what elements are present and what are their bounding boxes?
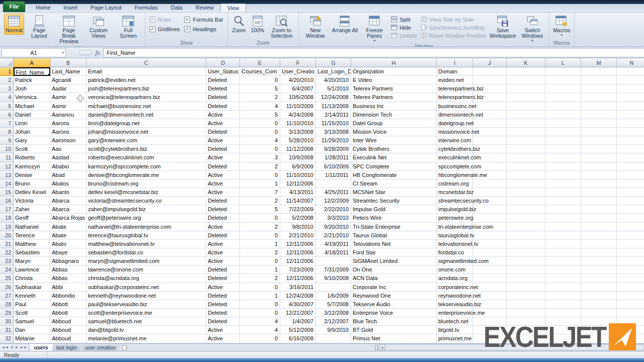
tab-view[interactable]: View [220, 4, 247, 12]
cell-L10[interactable] [545, 145, 581, 153]
cell-F32[interactable]: 6/16/2008 [280, 334, 316, 343]
cell-M25[interactable] [581, 274, 617, 283]
formula-bar-checkbox[interactable]: ✓ Formula Bar [184, 17, 223, 23]
cell-H5[interactable]: Business Inc [351, 102, 437, 111]
cell-M28[interactable] [581, 300, 617, 309]
cell-J20[interactable] [473, 231, 507, 240]
cell-K5[interactable] [507, 102, 545, 111]
cell-N10[interactable] [617, 145, 644, 153]
cell-K14[interactable] [507, 179, 545, 188]
cell-E4[interactable]: 2 [240, 93, 280, 102]
cell-G28[interactable]: 5/7/2008 [316, 300, 351, 309]
cell-H23[interactable]: SIGMAnet Limited [351, 257, 437, 265]
cell-E17[interactable]: 5 [240, 205, 280, 214]
cell-I9[interactable]: interwire.com [437, 136, 473, 145]
cell-A9[interactable]: Gary [14, 136, 50, 145]
row-header-9[interactable]: 9 [0, 136, 14, 145]
row-header-7[interactable]: 7 [0, 119, 14, 128]
cell-H18[interactable]: Peters Wire [351, 214, 437, 222]
cell-K18[interactable] [507, 214, 545, 222]
cell-F4[interactable]: 10/6/2008 [280, 93, 316, 102]
row-header-2[interactable]: 2 [0, 76, 14, 84]
cell-N24[interactable] [617, 265, 644, 274]
cell-E27[interactable]: 1 [240, 292, 280, 300]
cell-K2[interactable] [507, 76, 545, 84]
cell-D25[interactable]: Deleted [206, 274, 240, 283]
cell-J15[interactable] [473, 188, 507, 197]
page-break-preview-button[interactable]: Page Break Preview [54, 14, 84, 46]
cell-K29[interactable] [507, 309, 545, 317]
col-header-L[interactable]: L [545, 58, 581, 67]
cell-G29[interactable]: 3/12/2008 [316, 309, 351, 317]
cell-I6[interactable]: dimensiontech.net [437, 111, 473, 119]
cell-E12[interactable]: 2 [240, 162, 280, 171]
cell-K15[interactable] [507, 188, 545, 197]
cell-D13[interactable]: Active [206, 171, 240, 179]
cell-M23[interactable] [581, 257, 617, 265]
cell-A21[interactable]: Matthew [14, 240, 50, 248]
cell-N26[interactable] [617, 283, 644, 292]
sheet-tab-users[interactable]: users [29, 344, 53, 351]
cell-C6[interactable]: daniel@dimensiontech.net [87, 111, 206, 119]
cell-B3[interactable]: Aadar [50, 84, 87, 93]
cell-J26[interactable] [473, 283, 507, 292]
cell-G2[interactable]: 4/20/2010 [316, 76, 351, 84]
cell-B22[interactable]: Abaye [50, 248, 87, 257]
cell-B27[interactable]: Abbondio [50, 292, 87, 300]
cell-K13[interactable] [507, 171, 545, 179]
cell-F22[interactable]: 12/11/2006 [280, 248, 316, 257]
cell-L24[interactable] [545, 265, 581, 274]
cell-I21[interactable]: telovationsnet.tv [437, 240, 473, 248]
row-header-21[interactable]: 21 [0, 240, 14, 248]
cell-N28[interactable] [617, 300, 644, 309]
cell-F15[interactable]: 4/13/2011 [280, 188, 316, 197]
cell-B12[interactable]: Ababio [50, 162, 87, 171]
cell-M27[interactable] [581, 292, 617, 300]
row-header-32[interactable]: 32 [0, 334, 14, 343]
cell-E14[interactable]: 1 [240, 179, 280, 188]
cell-B19[interactable]: Abate [50, 223, 87, 231]
cell-A30[interactable]: Samuel [14, 317, 50, 326]
cell-E24[interactable]: 1 [240, 265, 280, 274]
cell-L22[interactable] [545, 248, 581, 257]
cell-M16[interactable] [581, 197, 617, 205]
tab-formulas[interactable]: Formulas [128, 4, 165, 12]
cell-L14[interactable] [545, 179, 581, 188]
cell-G23[interactable] [316, 257, 351, 265]
cell-A22[interactable]: Sebastien [14, 248, 50, 257]
cell-F7[interactable]: 11/10/2010 [280, 119, 316, 128]
cell-L19[interactable] [545, 223, 581, 231]
cell-D9[interactable]: Active [206, 136, 240, 145]
cell-N6[interactable] [617, 111, 644, 119]
cell-H9[interactable]: Inter Wire [351, 136, 437, 145]
row-header-11[interactable]: 11 [0, 153, 14, 162]
cell-K4[interactable] [507, 93, 545, 102]
cell-J1[interactable] [473, 67, 507, 76]
cell-F1[interactable]: User_Creatio [280, 67, 316, 76]
cell-B8[interactable]: Aarons [50, 128, 87, 136]
save-workspace-button[interactable]: Save Workspace [488, 14, 517, 40]
cell-G22[interactable]: 4/18/2011 [316, 248, 351, 257]
cell-K26[interactable] [507, 283, 545, 292]
cell-I28[interactable]: tekserveaudio.biz [437, 300, 473, 309]
cell-C28[interactable]: paul@tekserveaudio.biz [87, 300, 206, 309]
cell-G31[interactable]: 9/9/2010 [316, 326, 351, 334]
cell-G26[interactable] [316, 283, 351, 292]
cell-G5[interactable]: 11/13/2009 [316, 102, 351, 111]
row-header-4[interactable]: 4 [0, 93, 14, 102]
cell-D4[interactable]: Deleted [206, 93, 240, 102]
page-layout-view-button[interactable]: Page Layout [25, 14, 54, 40]
cell-A26[interactable]: Subhaskar [14, 283, 50, 292]
cell-H27[interactable]: Reynwood One [351, 292, 437, 300]
cell-C22[interactable]: sebastien@fordstar.co [87, 248, 206, 257]
row-header-5[interactable]: 5 [0, 102, 14, 111]
col-header-J[interactable]: J [473, 58, 507, 67]
cell-E18[interactable]: 0 [240, 214, 280, 222]
cell-H6[interactable]: Dimension Tech [351, 111, 437, 119]
cell-E11[interactable]: 3 [240, 153, 280, 162]
cell-H1[interactable]: Organization [351, 67, 437, 76]
cell-C1[interactable]: Email [87, 67, 206, 76]
zoom-100-button[interactable]: 100 100% [249, 14, 267, 35]
cell-G4[interactable]: 12/24/2008 [316, 93, 351, 102]
cell-F26[interactable]: 3/16/2011 [280, 283, 316, 292]
